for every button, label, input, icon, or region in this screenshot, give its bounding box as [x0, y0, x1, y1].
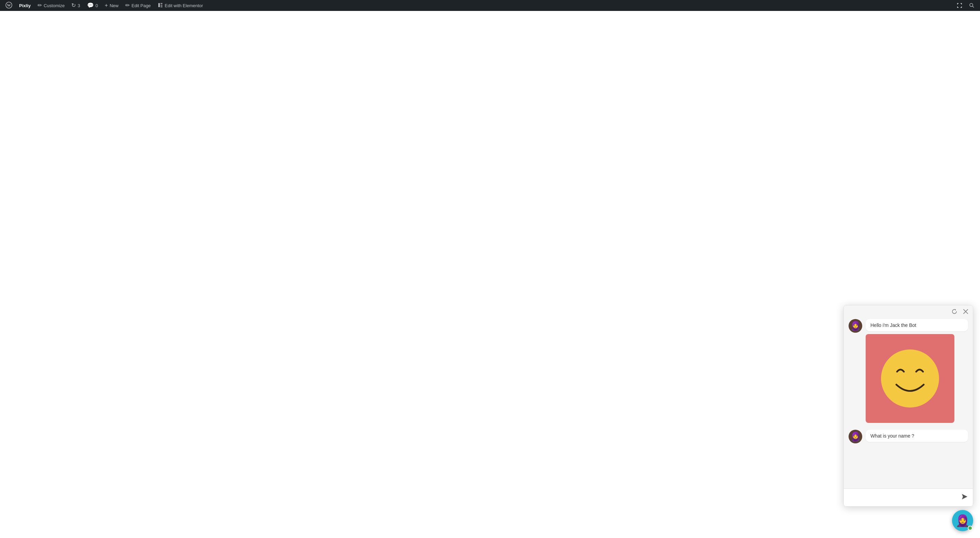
admin-bar-search[interactable] — [966, 0, 977, 11]
edit-elementor-label: Edit with Elementor — [165, 3, 203, 8]
admin-bar-fullscreen[interactable] — [954, 0, 965, 11]
site-name-label: Pixliy — [19, 3, 31, 8]
svg-point-6 — [970, 3, 973, 6]
chat-bubble-text-1: Hello i'm Jack the Bot — [865, 319, 968, 331]
edit-page-label: Edit Page — [131, 3, 151, 8]
admin-bar-comments[interactable]: 💬 0 — [84, 0, 101, 11]
bot-avatar-2: 🧕 — [849, 430, 862, 443]
svg-line-7 — [972, 6, 974, 8]
svg-text:W: W — [7, 3, 11, 7]
updates-count: 3 — [78, 3, 80, 8]
svg-point-10 — [881, 350, 939, 407]
admin-bar-customize[interactable]: ✏ Customize — [35, 0, 67, 11]
admin-bar-new[interactable]: + New — [102, 0, 121, 11]
chat-trigger-button[interactable]: 🧕 — [952, 510, 973, 531]
chat-send-button[interactable] — [956, 490, 973, 504]
updates-icon: ↻ — [72, 3, 76, 8]
admin-bar-right — [954, 0, 977, 11]
comments-icon: 💬 — [87, 3, 94, 8]
comments-count: 0 — [95, 3, 98, 8]
edit-page-icon: ✏ — [125, 3, 130, 8]
admin-bar-wordpress[interactable]: W — [3, 0, 15, 11]
customize-label: Customize — [44, 3, 65, 8]
admin-bar-site-name[interactable]: Pixliy — [16, 0, 33, 11]
svg-marker-11 — [962, 494, 967, 500]
new-icon: + — [105, 3, 108, 8]
chat-messages-area: 🧕 Hello i'm Jack the Bot — [844, 316, 973, 489]
chat-input[interactable] — [844, 490, 956, 505]
chat-input-area — [844, 489, 973, 506]
chat-refresh-button[interactable] — [950, 308, 958, 315]
bot-avatar-1: 🧕 — [849, 319, 862, 333]
svg-rect-2 — [158, 3, 160, 7]
svg-rect-3 — [161, 3, 162, 4]
elementor-icon — [158, 2, 163, 9]
online-status-dot — [968, 526, 972, 530]
chat-bubble-wrapper-1: Hello i'm Jack the Bot — [865, 319, 968, 423]
admin-bar: W Pixliy ✏ Customize ↻ 3 💬 0 + New ✏ Edi… — [0, 0, 980, 11]
svg-rect-5 — [161, 6, 162, 7]
trigger-avatar: 🧕 — [955, 515, 970, 526]
chat-widget-container: 🧕 Hello i'm Jack the Bot — [843, 305, 973, 531]
wordpress-icon: W — [5, 2, 12, 10]
chat-message-text-1: Hello i'm Jack the Bot — [870, 322, 916, 328]
chat-message-row-2: 🧕 What is your name ? — [849, 430, 968, 443]
chat-message-row: 🧕 Hello i'm Jack the Bot — [849, 319, 968, 423]
chat-window: 🧕 Hello i'm Jack the Bot — [843, 305, 973, 506]
customize-icon: ✏ — [38, 3, 42, 8]
chat-bubble-text-2: What is your name ? — [865, 430, 968, 442]
admin-bar-edit-elementor[interactable]: Edit with Elementor — [155, 0, 206, 11]
admin-bar-edit-page[interactable]: ✏ Edit Page — [123, 0, 153, 11]
chat-close-button[interactable] — [962, 308, 969, 314]
chat-image-card — [865, 334, 955, 423]
page-content — [0, 11, 980, 538]
smiley-face-icon — [876, 344, 944, 413]
chat-bubble-wrapper-2: What is your name ? — [865, 430, 968, 442]
send-icon — [961, 493, 968, 502]
admin-bar-updates[interactable]: ↻ 3 — [68, 0, 83, 11]
svg-rect-4 — [161, 5, 162, 5]
new-label: New — [110, 3, 118, 8]
chat-message-text-2: What is your name ? — [870, 433, 914, 439]
chat-header-controls — [844, 305, 973, 316]
